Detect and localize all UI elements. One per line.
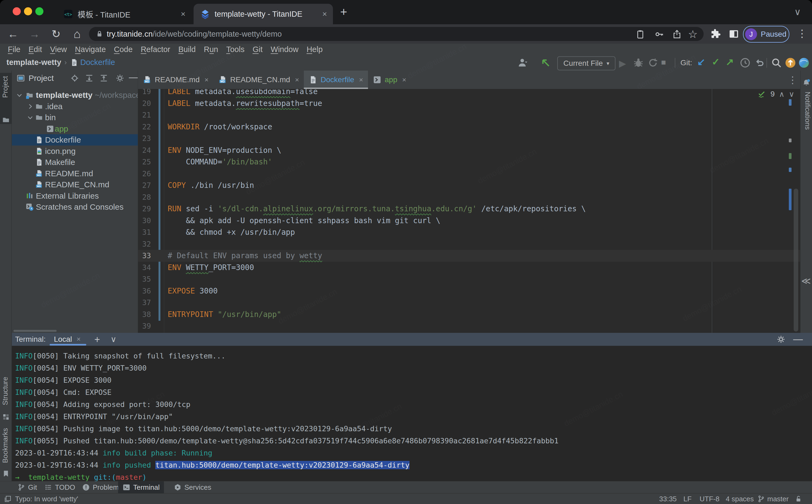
tree-item-.idea[interactable]: .idea	[12, 101, 138, 112]
menu-item-tools[interactable]: Tools	[222, 45, 249, 54]
terminal-tab-local[interactable]: Local	[54, 335, 72, 344]
layout-windows-icon[interactable]	[4, 495, 12, 503]
breadcrumb[interactable]: template-wetty › Dockerfile	[6, 58, 115, 67]
code-line-31[interactable]: 31 && chmod +x /usr/bin/app	[138, 226, 800, 238]
caret-position[interactable]: 33:35	[659, 495, 677, 503]
tool-button-notifications[interactable]: Notifications	[803, 92, 812, 130]
debug-bug-icon[interactable]	[632, 57, 644, 69]
code-line-21[interactable]: 21	[138, 109, 800, 121]
menu-item-code[interactable]: Code	[110, 45, 137, 54]
editor-tab-Dockerfile[interactable]: Dockerfile×	[304, 71, 368, 89]
indent-setting[interactable]: 4 spaces	[726, 495, 754, 503]
code-line-27[interactable]: 27COPY ./bin /usr/bin	[138, 179, 800, 191]
terminal-output[interactable]: INFO[0050] Taking snapshot of full files…	[12, 346, 812, 481]
tree-item-External Libraries[interactable]: External Libraries	[12, 190, 138, 202]
close-tab-icon[interactable]: ×	[204, 76, 208, 84]
home-button[interactable]: ⌂	[70, 26, 85, 42]
close-tab-icon[interactable]: ×	[359, 76, 363, 84]
back-button[interactable]: ←	[5, 26, 20, 42]
gear-icon[interactable]	[115, 74, 125, 83]
tool-button-todo[interactable]: TODO	[40, 481, 80, 493]
code-line-28[interactable]: 28	[138, 191, 800, 203]
run-configuration-select[interactable]: Current File ▾	[557, 56, 615, 70]
code-line-38[interactable]: 38ENTRYPOINT "/usr/bin/app"	[138, 309, 800, 320]
profile-chip[interactable]: J Paused	[743, 26, 789, 43]
git-branch-icon[interactable]	[757, 495, 765, 503]
code-line-34[interactable]: 34ENV WETTY_PORT=3000	[138, 262, 800, 274]
editor-tab-README_CN.md[interactable]: MDREADME_CN.md×	[214, 71, 304, 89]
breadcrumb-project[interactable]: template-wetty	[6, 58, 61, 67]
key-icon[interactable]	[654, 29, 664, 39]
code-line-37[interactable]: 37	[138, 297, 800, 309]
share-icon[interactable]	[672, 29, 682, 39]
reload-button[interactable]: ↻	[49, 26, 64, 42]
tool-button-structure[interactable]: Structure	[1, 377, 9, 405]
close-tab-icon[interactable]: ×	[402, 76, 406, 84]
titan-gem-icon[interactable]	[798, 57, 810, 69]
chevron-right-icon[interactable]	[26, 103, 34, 110]
chevron-down-icon[interactable]	[26, 114, 34, 121]
editor-tab-app[interactable]: app×	[368, 71, 411, 89]
tree-item-Scratches and Consoles[interactable]: Scratches and Consoles	[12, 201, 138, 213]
browser-tab[interactable]: template-wetty - TitanIDE×	[194, 4, 333, 24]
tab-search-chevron-icon[interactable]: ∨	[794, 6, 801, 17]
code-line-20[interactable]: 20LABEL metadata.rewritesubpath=true	[138, 98, 800, 109]
tree-item-icon.png[interactable]: icon.png	[12, 146, 138, 157]
close-tab-icon[interactable]: ×	[295, 76, 299, 84]
code-line-22[interactable]: 22WORKDIR /root/workspace	[138, 121, 800, 133]
tool-button-bookmarks[interactable]: Bookmarks	[1, 428, 9, 463]
bookmark-star-icon[interactable]: ☆	[688, 28, 698, 40]
unlock-icon[interactable]	[794, 495, 802, 503]
code-line-19[interactable]: 19LABEL metadata.usesubdomain=false	[138, 89, 800, 98]
menu-item-build[interactable]: Build	[174, 45, 200, 54]
terminal-minimize-icon[interactable]: —	[793, 333, 803, 345]
rollback-undo-icon[interactable]	[754, 57, 766, 69]
clipboard-icon[interactable]	[635, 29, 645, 39]
zoom-window-button[interactable]	[35, 7, 43, 15]
tree-item-Dockerfile[interactable]: Dockerfile	[12, 134, 138, 146]
menu-item-window[interactable]: Window	[267, 45, 302, 54]
code-line-36[interactable]: 36EXPOSE 3000	[138, 285, 800, 297]
stop-button[interactable]: ■	[661, 58, 673, 70]
code-line-24[interactable]: 24ENV NODE_ENV=production \	[138, 144, 800, 156]
expand-all-icon[interactable]	[85, 74, 94, 83]
user-icon[interactable]	[517, 57, 529, 69]
code-line-32[interactable]: 32	[138, 238, 800, 250]
run-button[interactable]: ▶	[619, 58, 631, 70]
git-update-arrow-icon[interactable]: ↙	[697, 56, 709, 68]
code-line-33[interactable]: 33# Default ENV params used by wetty	[138, 250, 800, 262]
tool-button-project[interactable]: Project	[1, 76, 9, 98]
tree-item-Makefile[interactable]: Makefile	[12, 157, 138, 168]
close-tab-icon[interactable]: ×	[181, 9, 185, 19]
code-line-26[interactable]: 26	[138, 168, 800, 180]
inspections-widget[interactable]: 9 ∧ ∨	[757, 89, 794, 99]
forward-button[interactable]: →	[27, 26, 42, 42]
git-branch-name[interactable]: master	[767, 495, 789, 503]
hide-panel-minus-icon[interactable]: —	[129, 72, 138, 81]
rerun-icon[interactable]	[647, 57, 659, 69]
chevron-down-icon[interactable]	[16, 91, 23, 99]
terminal-dropdown-chevron-icon[interactable]: ∨	[111, 334, 116, 344]
extensions-puzzle-icon[interactable]	[710, 28, 721, 40]
menu-item-edit[interactable]: Edit	[25, 45, 46, 54]
tree-item-bin[interactable]: bin	[12, 112, 138, 123]
code-line-29[interactable]: 29RUN sed -i 's/dl-cdn.alpinelinux.org/m…	[138, 203, 800, 215]
collapse-all-icon[interactable]	[99, 74, 108, 83]
address-bar[interactable]: try.titanide.cn/ide/web/coding/template-…	[89, 27, 704, 41]
editor-scrollbar[interactable]	[794, 189, 798, 332]
update-up-circle-icon[interactable]	[785, 57, 796, 69]
locate-target-icon[interactable]	[70, 74, 79, 83]
collapse-panel-chevron-icon[interactable]: ≪	[801, 275, 811, 286]
search-icon[interactable]	[770, 57, 782, 69]
code-line-23[interactable]: 23	[138, 133, 800, 144]
menu-item-help[interactable]: Help	[302, 45, 327, 54]
browser-tab[interactable]: <t>模板 - TitanIDE×	[57, 4, 191, 24]
project-panel-title[interactable]: Project	[29, 74, 54, 83]
menu-item-run[interactable]: Run	[200, 45, 222, 54]
git-push-arrow-icon[interactable]: ↗	[726, 56, 738, 68]
side-panel-icon[interactable]	[728, 28, 740, 40]
tool-button-terminal[interactable]: Terminal	[118, 481, 164, 493]
tool-button-git[interactable]: Git	[13, 481, 41, 493]
code-line-35[interactable]: 35	[138, 273, 800, 285]
close-icon[interactable]: ×	[77, 335, 81, 343]
